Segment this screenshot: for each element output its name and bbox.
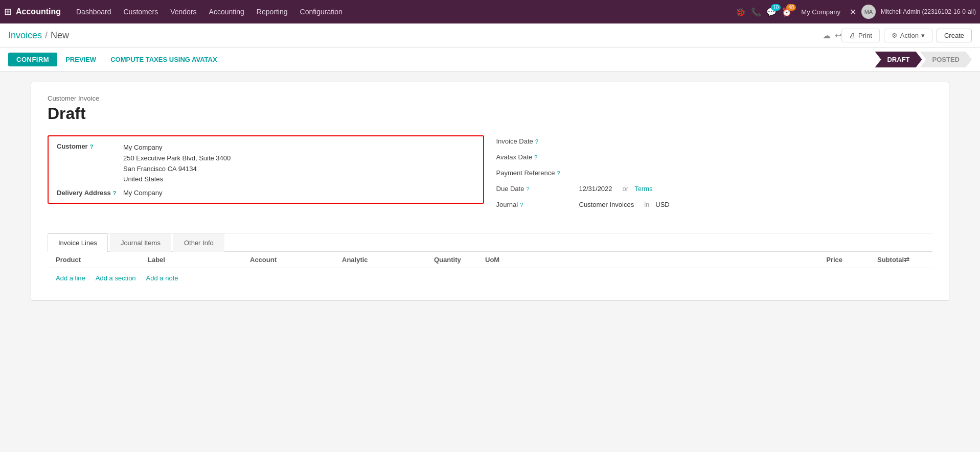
add-line-link[interactable]: Add a line [56,274,85,282]
nav-reporting[interactable]: Reporting [252,6,293,18]
table-header: Product Label Account Analytic Quantity … [48,252,932,268]
due-date-label: Due Date ? [496,185,573,193]
settings-icon[interactable]: ✕ [850,7,856,17]
user-avatar[interactable]: MA [861,5,876,19]
form-grid: Customer ? My Company 250 Executive Park… [48,135,932,217]
tab-invoice-lines[interactable]: Invoice Lines [48,233,108,252]
customer-addr1: 250 Executive Park Blvd, Suite 3400 [123,153,231,164]
nav-dashboard[interactable]: Dashboard [71,6,117,18]
customer-addr3: United States [123,174,231,185]
delivery-help-icon[interactable]: ? [113,190,117,196]
tab-other-info[interactable]: Other Info [173,233,224,252]
nav-accounting[interactable]: Accounting [204,6,249,18]
col-subtotal: Subtotal [842,256,904,264]
add-links: Add a line Add a section Add a note [56,268,924,288]
col-account: Account [250,256,342,264]
company-name: My Company [801,8,840,16]
top-nav: ⊞ Accounting Dashboard Customers Vendors… [0,0,980,23]
invoice-date-help-icon[interactable]: ? [535,138,538,145]
payment-ref-label: Payment Reference ? [496,169,573,177]
journal-row: Journal ? Customer Invoices in USD [496,201,933,208]
breadcrumb-parent[interactable]: Invoices [8,30,42,41]
brand-label: Accounting [16,7,61,16]
invoice-title: Draft [48,104,932,123]
breadcrumb-separator: / [45,30,48,41]
customer-label: Customer ? [57,142,123,150]
gear-icon: ⚙ [892,32,898,39]
due-date-or: or [623,185,629,193]
due-date-terms[interactable]: Terms [634,185,652,193]
col-uom: UoM [485,256,526,264]
bug-icon[interactable]: 🐞 [736,7,746,17]
add-note-link[interactable]: Add a note [146,274,178,282]
payment-ref-help-icon[interactable]: ? [557,170,560,176]
action-bar: CONFIRM PREVIEW COMPUTE TAXES USING AVAT… [0,48,980,72]
action-button[interactable]: ⚙ Action ▾ [884,29,932,42]
delivery-address-value[interactable]: My Company [123,189,163,197]
customer-help-icon[interactable]: ? [90,144,94,150]
avatax-date-help-icon[interactable]: ? [534,154,537,160]
breadcrumb: Invoices / New [8,30,818,41]
customer-addr2: San Francisco CA 94134 [123,164,231,175]
form-card: Customer Invoice Draft Customer ? My Com… [31,82,949,301]
breadcrumb-icons: ☁ ↩ [823,31,841,40]
table-body: Add a line Add a section Add a note [48,268,932,288]
breadcrumb-actions: 🖨 Print ⚙ Action ▾ Create [841,29,972,42]
cloud-save-icon[interactable]: ☁ [823,31,831,40]
table-section: Product Label Account Analytic Quantity … [48,252,932,288]
due-date-value[interactable]: 12/31/2022 [579,185,612,193]
journal-help-icon[interactable]: ? [520,202,523,208]
breadcrumb-current: New [51,30,69,41]
col-quantity: Quantity [434,256,485,264]
main-content: Customer Invoice Draft Customer ? My Com… [0,72,980,452]
customer-name: My Company [123,142,231,153]
nav-configuration[interactable]: Configuration [295,6,348,18]
invoice-date-label: Invoice Date ? [496,137,573,145]
add-section-link[interactable]: Add a section [96,274,136,282]
journal-currency: USD [655,201,669,208]
printer-icon: 🖨 [849,32,856,39]
journal-value[interactable]: Customer Invoices [579,201,634,208]
col-actions: ⇄ [904,256,924,264]
payment-ref-row: Payment Reference ? [496,169,933,177]
chat-badge: 10 [771,4,781,11]
clock-icon[interactable]: ⏰ 48 [782,7,792,17]
delivery-address-field-row: Delivery Address ? My Company [57,189,475,197]
nav-customers[interactable]: Customers [119,6,164,18]
customer-section: Customer ? My Company 250 Executive Park… [48,135,484,217]
status-posted[interactable]: POSTED [920,52,972,67]
avatar-initials: MA [864,9,873,15]
undo-icon[interactable]: ↩ [835,31,841,40]
apps-icon[interactable]: ⊞ [4,6,12,17]
customer-value[interactable]: My Company 250 Executive Park Blvd, Suit… [123,142,231,185]
preview-button[interactable]: PREVIEW [59,53,102,66]
invoice-type-label: Customer Invoice [48,94,932,102]
due-date-row: Due Date ? 12/31/2022 or Terms [496,185,933,193]
tabs: Invoice Lines Journal Items Other Info [48,233,932,252]
clock-badge: 48 [786,4,796,11]
journal-in: in [644,201,649,208]
col-price: Price [526,256,842,264]
journal-label: Journal ? [496,201,573,208]
print-button[interactable]: 🖨 Print [841,29,880,42]
customer-field-row: Customer ? My Company 250 Executive Park… [57,142,475,185]
nav-vendors[interactable]: Vendors [165,6,201,18]
status-draft[interactable]: DRAFT [875,52,922,67]
customer-box: Customer ? My Company 250 Executive Park… [48,135,484,204]
chat-icon[interactable]: 💬 10 [766,7,777,17]
avatax-date-row: Avatax Date ? [496,153,933,161]
due-date-help-icon[interactable]: ? [526,186,529,192]
tab-journal-items[interactable]: Journal Items [110,233,171,252]
compute-taxes-button[interactable]: COMPUTE TAXES USING AVATAX [104,53,223,66]
right-fields: Invoice Date ? Avatax Date ? Payment Ref… [496,135,933,217]
chevron-down-icon: ▾ [921,32,925,39]
delivery-address-label: Delivery Address ? [57,189,123,197]
status-bar: DRAFT POSTED [875,52,972,67]
invoice-date-row: Invoice Date ? [496,137,933,145]
create-button[interactable]: Create [937,29,972,42]
confirm-button[interactable]: CONFIRM [8,53,57,66]
user-name: Mitchell Admin (22316102-16-0-all) [881,8,976,15]
phone-icon[interactable]: 📞 [751,7,761,17]
avatax-date-label: Avatax Date ? [496,153,573,161]
breadcrumb-bar: Invoices / New ☁ ↩ 🖨 Print ⚙ Action ▾ Cr… [0,23,980,48]
